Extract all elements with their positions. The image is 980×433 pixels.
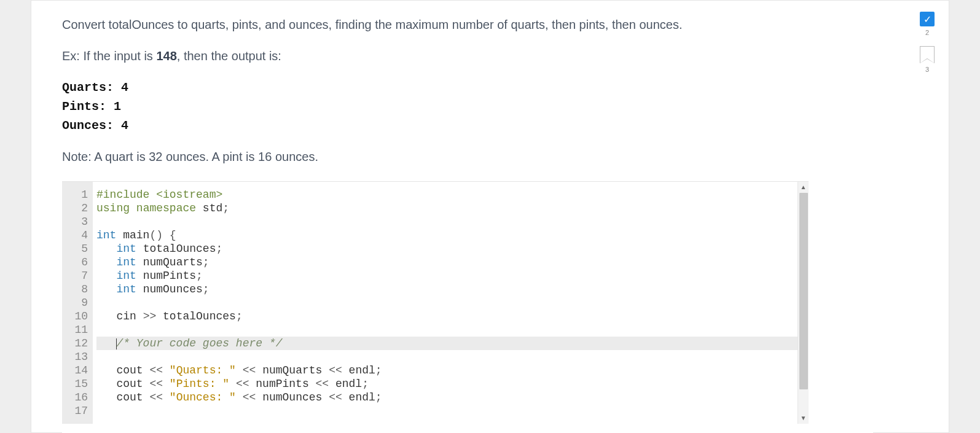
- line-number: 16: [62, 391, 88, 404]
- line-number: 3: [62, 215, 88, 228]
- line-number: 6: [62, 256, 88, 269]
- code-token: cin: [116, 310, 136, 322]
- side-widgets: ✓ 2 3: [918, 12, 936, 80]
- code-token: #include <iostream>: [96, 189, 222, 201]
- code-token: [229, 378, 236, 390]
- code-line[interactable]: [96, 323, 809, 337]
- code-token: ;: [203, 283, 210, 295]
- code-line[interactable]: [96, 296, 809, 310]
- code-token: [96, 256, 116, 268]
- line-number: 17: [62, 404, 88, 418]
- code-line[interactable]: cout << "Pints: " << numPints << endl;: [96, 377, 809, 391]
- code-token: [96, 310, 116, 322]
- code-token: <<: [236, 378, 249, 390]
- code-token: [163, 378, 170, 390]
- line-number: 11: [62, 323, 88, 337]
- code-token: <<: [243, 391, 256, 404]
- code-token: [136, 283, 143, 295]
- code-token: [136, 270, 143, 282]
- scroll-up-arrow-icon[interactable]: ▲: [798, 182, 809, 193]
- vertical-scrollbar[interactable]: ▲ ▼: [798, 182, 809, 424]
- code-token: numPints: [143, 270, 196, 282]
- code-line[interactable]: #include <iostream>: [96, 188, 809, 201]
- code-token: [116, 229, 123, 241]
- scroll-down-arrow-icon[interactable]: ▼: [798, 413, 809, 424]
- code-token: [322, 391, 329, 404]
- code-token: using: [96, 202, 130, 214]
- scrollbar-thumb[interactable]: [799, 193, 808, 389]
- example-input: 148: [156, 49, 176, 63]
- code-token: cout: [116, 378, 143, 390]
- code-token: [322, 364, 329, 376]
- code-token: cout: [116, 391, 143, 404]
- bookmark-button[interactable]: [920, 46, 935, 63]
- line-number: 8: [62, 283, 88, 296]
- code-line[interactable]: [96, 215, 809, 228]
- code-token: [342, 391, 349, 404]
- code-token: [136, 256, 143, 268]
- code-line[interactable]: [96, 404, 809, 418]
- code-token: [256, 364, 262, 376]
- output-line: Pints: 1: [62, 97, 858, 116]
- code-line[interactable]: cin >> totalOunces;: [96, 310, 809, 323]
- code-token: [136, 243, 143, 255]
- code-token: [156, 310, 163, 322]
- code-token: int: [116, 283, 136, 295]
- code-token: numOunces: [143, 283, 203, 295]
- code-editor[interactable]: 1234567891011121314151617 #include <iost…: [62, 181, 809, 424]
- line-number: 1: [62, 188, 88, 201]
- code-token: <<: [329, 364, 342, 376]
- problem-panel: Convert totalOunces to quarts, pints, an…: [62, 1, 873, 433]
- code-line[interactable]: int numOunces;: [96, 283, 809, 296]
- code-line[interactable]: int totalOunces;: [96, 242, 809, 256]
- code-token: numQuarts: [262, 364, 322, 376]
- code-line[interactable]: [96, 350, 809, 364]
- code-token: "Ounces: ": [170, 391, 236, 404]
- code-token: <<: [149, 378, 163, 390]
- line-number: 13: [62, 350, 88, 364]
- code-token: [163, 391, 170, 404]
- code-token: numPints: [256, 378, 308, 390]
- example-suffix: , then the output is:: [177, 49, 281, 63]
- line-number: 9: [62, 296, 88, 310]
- code-line[interactable]: cout << "Ounces: " << numOunces << endl;: [96, 391, 809, 404]
- code-token: int: [116, 243, 136, 255]
- code-token: [196, 202, 203, 214]
- code-token: numOunces: [262, 391, 322, 404]
- output-line: Ounces: 4: [62, 116, 858, 135]
- code-token: "Quarts: ": [170, 364, 236, 376]
- code-line[interactable]: int main() {: [96, 228, 809, 242]
- code-token: [329, 378, 335, 390]
- code-token: ;: [196, 270, 203, 282]
- code-token: <<: [243, 364, 256, 376]
- panel-outer: Convert totalOunces to quarts, pints, an…: [31, 0, 949, 433]
- code-token: () {: [149, 229, 176, 241]
- score-count-1: 2: [925, 29, 929, 36]
- code-line[interactable]: int numQuarts;: [96, 256, 809, 269]
- line-number: 14: [62, 364, 88, 377]
- code-token: endl: [349, 391, 375, 404]
- code-token: endl: [349, 364, 375, 376]
- code-token: [96, 378, 116, 390]
- code-line[interactable]: using namespace std;: [96, 201, 809, 215]
- line-number: 15: [62, 377, 88, 391]
- correct-check-badge[interactable]: ✓: [920, 12, 935, 26]
- code-token: [163, 364, 170, 376]
- code-token: [236, 391, 243, 404]
- code-area[interactable]: #include <iostream>using namespace std;i…: [93, 182, 809, 424]
- code-token: [249, 378, 256, 390]
- code-line[interactable]: /* Your code goes here */: [96, 337, 809, 350]
- code-token: >>: [143, 310, 157, 322]
- line-number: 10: [62, 310, 88, 323]
- code-token: [96, 243, 116, 255]
- code-token: [342, 364, 349, 376]
- code-token: <<: [329, 391, 342, 404]
- code-token: ;: [203, 256, 210, 268]
- code-token: endl: [335, 378, 362, 390]
- code-line[interactable]: cout << "Quarts: " << numQuarts << endl;: [96, 364, 809, 377]
- code-token: [136, 310, 143, 322]
- problem-intro: Convert totalOunces to quarts, pints, an…: [62, 15, 858, 34]
- code-token: ;: [236, 310, 243, 322]
- code-line[interactable]: int numPints;: [96, 269, 809, 283]
- code-token: [96, 283, 116, 295]
